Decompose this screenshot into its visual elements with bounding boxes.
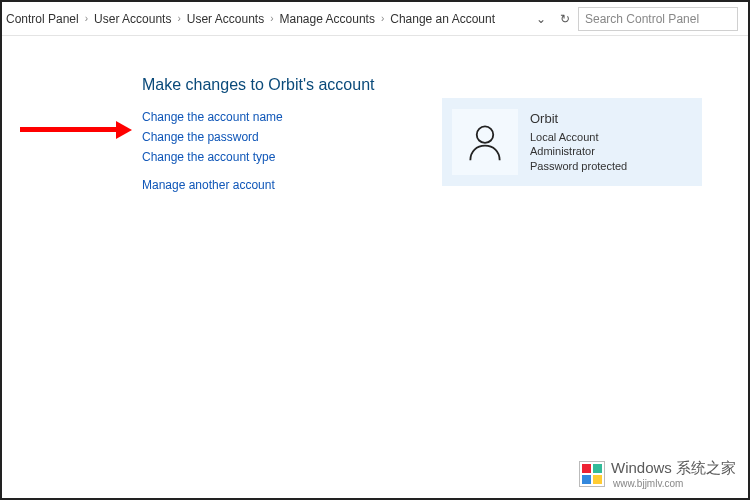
breadcrumb-item[interactable]: Change an Account: [390, 12, 495, 26]
refresh-icon[interactable]: ↻: [560, 12, 570, 26]
watermark-brand: Windows: [611, 459, 672, 476]
breadcrumb-item[interactable]: User Accounts: [94, 12, 171, 26]
account-card[interactable]: Orbit Local Account Administrator Passwo…: [442, 98, 702, 186]
watermark-suffix: 系统之家: [676, 459, 736, 476]
breadcrumb-item[interactable]: User Accounts: [187, 12, 264, 26]
account-info: Orbit Local Account Administrator Passwo…: [530, 110, 627, 174]
address-bar: Control Panel › User Accounts › User Acc…: [2, 2, 748, 36]
account-password-status: Password protected: [530, 159, 627, 174]
account-name: Orbit: [530, 110, 627, 128]
search-input[interactable]: Search Control Panel: [578, 7, 738, 31]
avatar: [452, 109, 518, 175]
chevron-right-icon: ›: [85, 13, 88, 24]
svg-point-0: [477, 126, 494, 143]
chevron-right-icon: ›: [381, 13, 384, 24]
user-icon: [463, 120, 507, 164]
breadcrumb-item[interactable]: Control Panel: [6, 12, 79, 26]
chevron-right-icon: ›: [177, 13, 180, 24]
watermark: Windows 系统之家 www.bjjmlv.com: [573, 456, 742, 492]
watermark-url: www.bjjmlv.com: [613, 478, 736, 489]
main-content: Make changes to Orbit's account Change t…: [2, 36, 748, 192]
history-dropdown-icon[interactable]: ⌄: [536, 12, 546, 26]
breadcrumb: Control Panel › User Accounts › User Acc…: [6, 12, 528, 26]
search-placeholder: Search Control Panel: [585, 12, 699, 26]
account-type-label: Local Account: [530, 130, 627, 145]
page-title: Make changes to Orbit's account: [142, 76, 748, 94]
breadcrumb-item[interactable]: Manage Accounts: [280, 12, 375, 26]
windows-logo-icon: [579, 461, 605, 487]
chevron-right-icon: ›: [270, 13, 273, 24]
account-role-label: Administrator: [530, 144, 627, 159]
